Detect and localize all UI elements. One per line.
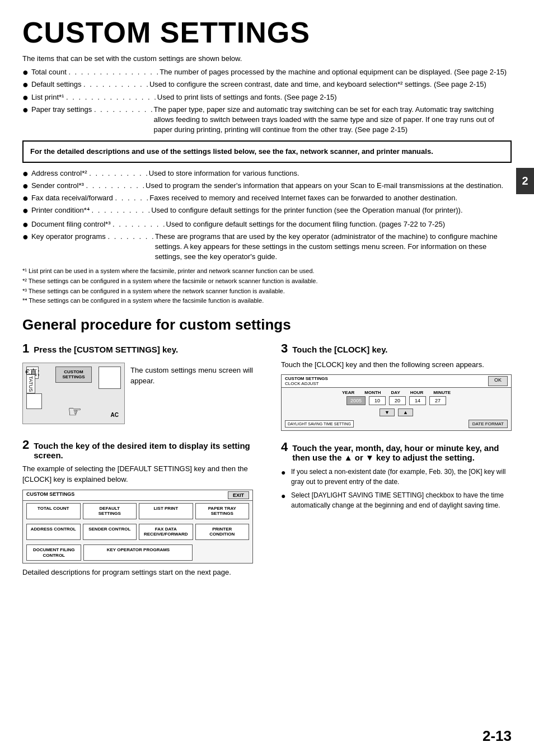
- right-column: 3 Touch the [CLOCK] key. Touch the [CLOC…: [275, 341, 512, 587]
- month-field[interactable]: 10: [369, 396, 386, 405]
- default-settings-btn[interactable]: DEFAULTSETTINGS: [83, 503, 137, 519]
- list-item: ● Fax data receival/forward . . . . . . …: [22, 193, 512, 203]
- date-format-button[interactable]: DATE FORMAT: [469, 420, 508, 428]
- bullet-icon: ●: [22, 181, 29, 191]
- clock-custom-label: CUSTOM SETTINGS: [285, 376, 328, 381]
- key-panel-illustration: €真; TATUS CUSTOMSETTINGS ☞ AC: [22, 363, 125, 424]
- clock-bottom-row: DAYLIGHT SAVING TIME SETTING DATE FORMAT: [282, 417, 511, 430]
- footnote-1: *¹ List print can be used in a system wh…: [22, 266, 512, 276]
- minute-field[interactable]: 27: [429, 396, 446, 405]
- step-1-header: 1 Press the [CUSTOM SETTINGS] key.: [22, 341, 253, 356]
- item-label: Sender control*³ . . . . . . . . . .: [31, 181, 146, 191]
- total-count-btn[interactable]: TOTAL COUNT: [26, 503, 81, 519]
- year-label: YEAR: [342, 390, 354, 395]
- paper-tray-btn[interactable]: PAPER TRAYSETTINGS: [195, 503, 250, 519]
- sender-control-btn[interactable]: SENDER CONTROL: [83, 524, 137, 540]
- list-item: ● Address control*² . . . . . . . . . . …: [22, 168, 512, 179]
- list-item: ● Paper tray settings . . . . . . . . . …: [22, 105, 512, 135]
- list-item: ● List print*¹ . . . . . . . . . . . . .…: [22, 92, 512, 102]
- item-desc: The paper type, paper size and automatic…: [154, 105, 512, 135]
- list-item: ● Printer condition*⁴ . . . . . . . . . …: [22, 205, 512, 215]
- item-label: Fax data receival/forward . . . . . .: [31, 193, 149, 203]
- small-key: [26, 393, 42, 409]
- info-box-text: For the detailed descriptions and use of…: [30, 147, 433, 156]
- key-panel-top: €真; TATUS CUSTOMSETTINGS: [26, 367, 121, 389]
- item-label: Document filing control*³ . . . . . . . …: [31, 219, 166, 229]
- step-4-bullet-2: ● Select [DAYLIGHT SAVING TIME SETTING] …: [281, 490, 512, 510]
- item-desc: The number of pages processed by the mac…: [160, 67, 512, 77]
- step-2-body: The example of selecting the [DEFAULT SE…: [22, 463, 253, 485]
- footnote-2: *² These settings can be configured in a…: [22, 276, 512, 287]
- arrow-up-button[interactable]: ▲: [398, 408, 413, 416]
- clock-adjust-label: CLOCK ADJUST: [285, 381, 328, 386]
- item-desc: Used to print lists of settings and font…: [157, 92, 512, 102]
- step-3-title: Touch the [CLOCK] key.: [292, 345, 387, 354]
- footnote-4: *⁴ These settings can be configured in a…: [22, 296, 512, 306]
- list-print-btn[interactable]: LIST PRINT: [139, 503, 193, 519]
- bullet-circle-icon-2: ●: [281, 490, 289, 502]
- bullet-list-2: ● Address control*² . . . . . . . . . . …: [22, 168, 512, 216]
- step-2-number: 2: [22, 438, 29, 452]
- step-1-number: 1: [22, 341, 29, 356]
- custom-settings-key: CUSTOMSETTINGS: [55, 367, 92, 383]
- month-label: MONTH: [364, 390, 381, 395]
- doc-filing-btn[interactable]: DOCUMENT FILINGCONTROL: [26, 544, 81, 561]
- printer-condition-btn[interactable]: PRINTERCONDITION: [195, 524, 250, 540]
- bullet-icon: ●: [22, 79, 29, 90]
- procedure-grid: 1 Press the [CUSTOM SETTINGS] key. €真; T…: [22, 341, 512, 587]
- list-item: ● Sender control*³ . . . . . . . . . . U…: [22, 181, 512, 191]
- step-4-bullet-2-text: Select [DAYLIGHT SAVING TIME SETTING] ch…: [291, 490, 512, 510]
- hand-icon: ☞: [68, 402, 82, 421]
- item-desc: Faxes received to memory and received In…: [149, 193, 512, 203]
- day-field[interactable]: 20: [389, 396, 406, 405]
- step-2-header: 2 Touch the key of the desired item to d…: [22, 438, 253, 460]
- screen-row-2: ADDRESS CONTROL SENDER CONTROL FAX DATAR…: [23, 522, 252, 542]
- status-label: TATUS: [26, 374, 35, 393]
- screen-row-3: DOCUMENT FILINGCONTROL KEY OPERATOR PROG…: [23, 542, 252, 563]
- screen-header: CUSTOM SETTINGS EXIT: [23, 490, 252, 501]
- footnote-3: *³ These settings can be configured in a…: [22, 287, 512, 297]
- chapter-tab: 2: [516, 168, 534, 194]
- chapter-tab-number: 2: [522, 175, 528, 187]
- clock-adjust-screen: CUSTOM SETTINGS CLOCK ADJUST OK YEAR MON…: [281, 374, 512, 431]
- item-desc: These are programs that are used by the …: [155, 232, 512, 262]
- step-2: 2 Touch the key of the desired item to d…: [22, 438, 253, 578]
- item-label: Printer condition*⁴ . . . . . . . . . .: [31, 205, 151, 215]
- intro-text: The items that can be set with the custo…: [22, 54, 512, 63]
- bullet-icon: ●: [22, 219, 29, 229]
- bullet-icon: ●: [22, 67, 29, 77]
- dst-button[interactable]: DAYLIGHT SAVING TIME SETTING: [285, 420, 354, 428]
- item-label: Paper tray settings . . . . . . . . . .: [31, 105, 154, 115]
- arrow-down-button[interactable]: ▼: [380, 408, 395, 416]
- bullet-icon: ●: [22, 205, 29, 215]
- item-desc: Used to configure default settings for t…: [151, 205, 512, 215]
- step-4-bullet-1-text: If you select a non-existent date (for e…: [291, 467, 512, 487]
- screen-title: CUSTOM SETTINGS: [26, 491, 74, 499]
- page-title: CUSTOM SETTINGS: [22, 17, 512, 49]
- address-control-btn[interactable]: ADDRESS CONTROL: [26, 524, 81, 540]
- step-2-title: Touch the key of the desired item to dis…: [34, 441, 253, 460]
- bullet-icon: ●: [22, 232, 29, 242]
- item-label: Default settings . . . . . . . . . . .: [31, 79, 149, 90]
- step-3-body: Touch the [CLOCK] key and then the follo…: [281, 359, 512, 370]
- bullet-icon: ●: [22, 193, 29, 203]
- clock-ok-button[interactable]: OK: [488, 376, 508, 386]
- fax-data-btn[interactable]: FAX DATARECEIVE/FORWARD: [139, 524, 193, 540]
- item-label: Address control*² . . . . . . . . . .: [31, 168, 149, 179]
- left-column: 1 Press the [CUSTOM SETTINGS] key. €真; T…: [22, 341, 259, 587]
- exit-button[interactable]: EXIT: [228, 491, 249, 499]
- list-item: ● Default settings . . . . . . . . . . .…: [22, 79, 512, 90]
- bullet-icon: ●: [22, 168, 29, 179]
- item-desc: Used to store information for various fu…: [149, 168, 512, 179]
- clock-screen-title: CUSTOM SETTINGS CLOCK ADJUST: [285, 376, 328, 386]
- step-4-header: 4 Touch the year, month, day, hour or mi…: [281, 440, 512, 462]
- list-item: ● Key operator programs . . . . . . . . …: [22, 232, 512, 262]
- custom-settings-screen: CUSTOM SETTINGS EXIT TOTAL COUNT DEFAULT…: [22, 490, 253, 564]
- year-field[interactable]: 2005: [346, 396, 366, 405]
- bullet-list-1: ● Total count . . . . . . . . . . . . . …: [22, 67, 512, 135]
- minute-label: MINUTE: [433, 390, 451, 395]
- clock-arrow-buttons: ▼ ▲: [282, 407, 511, 417]
- hour-field[interactable]: 14: [409, 396, 426, 405]
- item-label: Total count . . . . . . . . . . . . . . …: [31, 67, 160, 77]
- key-operator-btn[interactable]: KEY OPERATOR PROGRAMS: [83, 544, 193, 561]
